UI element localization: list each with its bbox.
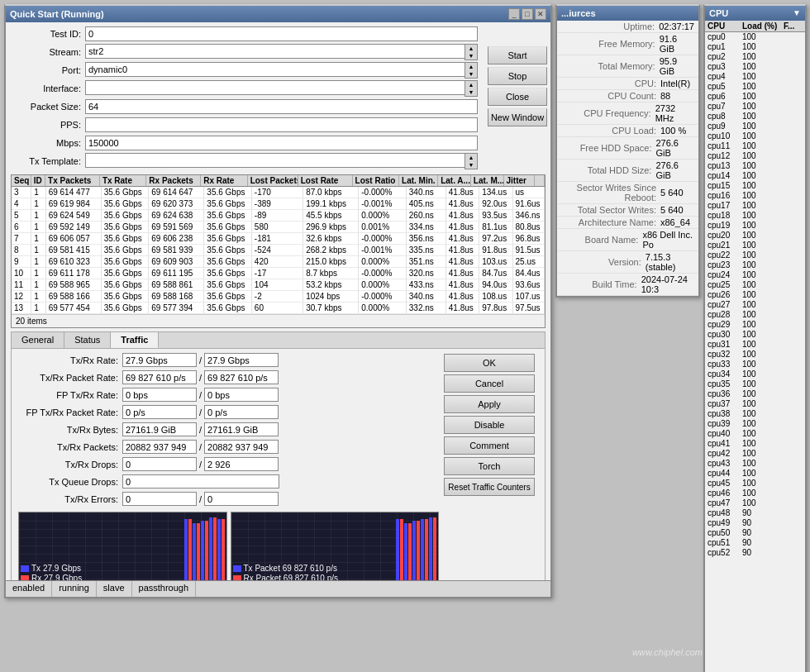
cpu-row[interactable]: cpu38100 (705, 409, 805, 419)
stream-input[interactable] (85, 44, 465, 59)
cpu-row[interactable]: cpu12100 (705, 151, 805, 161)
table-row[interactable]: 9169 610 32335.6 Gbps69 609 90335.6 Gbps… (12, 256, 545, 268)
cpu-row[interactable]: cpu30100 (705, 330, 805, 340)
disable-button[interactable]: Disable (444, 416, 535, 434)
cpu-row[interactable]: cpu25100 (705, 280, 805, 290)
comment-button[interactable]: Comment (444, 436, 535, 455)
cpu-row[interactable]: cpu27100 (705, 300, 805, 310)
cpu-row[interactable]: cpu5190 (705, 538, 805, 548)
cpu-row[interactable]: cpu13100 (705, 161, 805, 171)
cpu-row[interactable]: cpu17100 (705, 201, 805, 211)
cpu-row[interactable]: cpu5090 (705, 528, 805, 538)
port-down-arrow[interactable]: ▼ (465, 70, 477, 78)
rx-rate-input[interactable] (204, 353, 279, 367)
cpu-row[interactable]: cpu24100 (705, 270, 805, 280)
cpu-row[interactable]: cpu44100 (705, 469, 805, 479)
tx-template-up-arrow[interactable]: ▲ (465, 154, 477, 161)
rx-bytes-input[interactable] (204, 422, 279, 436)
apply-button[interactable]: Apply (444, 395, 535, 413)
cpu-row[interactable]: cpu29100 (705, 320, 805, 330)
test-id-input[interactable] (85, 26, 478, 41)
cpu-row[interactable]: cpu22100 (705, 250, 805, 260)
tx-template-input[interactable] (85, 153, 465, 168)
table-row[interactable]: 5169 624 54935.6 Gbps69 624 63835.6 Gbps… (12, 210, 545, 222)
cpu-row[interactable]: cpu42100 (705, 449, 805, 459)
cpu-row[interactable]: cpu9100 (705, 122, 805, 131)
minimize-button[interactable]: _ (508, 8, 520, 20)
tx-drops-input[interactable] (122, 457, 197, 471)
cpu-row[interactable]: cpu10100 (705, 131, 805, 141)
port-up-arrow[interactable]: ▲ (465, 63, 477, 70)
cpu-row[interactable]: cpu39100 (705, 419, 805, 429)
cpu-row[interactable]: cpu35100 (705, 379, 805, 389)
table-body[interactable]: 3169 614 47735.6 Gbps69 614 64735.6 Gbps… (12, 187, 545, 314)
tx-queue-drops-input[interactable] (122, 474, 279, 489)
fp-rx-rate-input[interactable] (204, 388, 279, 402)
start-button[interactable]: Start (488, 46, 547, 64)
cpu-row[interactable]: cpu4990 (705, 518, 805, 528)
tx-errors-input[interactable] (122, 492, 197, 506)
cpu-row[interactable]: cpu47100 (705, 498, 805, 508)
tx-template-down-arrow[interactable]: ▼ (465, 161, 477, 169)
reset-counters-button[interactable]: Reset Traffic Counters (444, 478, 535, 496)
cpu-row[interactable]: cpu15100 (705, 181, 805, 191)
cpu-row[interactable]: cpu11100 (705, 141, 805, 151)
cpu-row[interactable]: cpu31100 (705, 340, 805, 350)
interface-input[interactable] (85, 80, 465, 95)
tx-bytes-input[interactable] (122, 422, 197, 436)
table-row[interactable]: 6169 592 14935.6 Gbps69 591 56935.6 Gbps… (12, 222, 545, 233)
cpu-row[interactable]: cpu6100 (705, 92, 805, 102)
table-row[interactable]: 3169 614 47735.6 Gbps69 614 64735.6 Gbps… (12, 187, 545, 198)
tx-packets-input[interactable] (122, 440, 197, 454)
cpu-row[interactable]: cpu3100 (705, 62, 805, 72)
fp-rx-packet-rate-input[interactable] (204, 405, 279, 419)
ok-button[interactable]: OK (444, 354, 535, 372)
table-row[interactable]: 11169 588 96535.6 Gbps69 588 86135.6 Gbp… (12, 279, 545, 291)
cpu-row[interactable]: cpu28100 (705, 310, 805, 320)
table-row[interactable]: 4169 619 98435.6 Gbps69 620 37335.6 Gbps… (12, 198, 545, 210)
torch-button[interactable]: Torch (444, 457, 535, 475)
cpu-row[interactable]: cpu26100 (705, 290, 805, 300)
close-button[interactable]: Close (488, 88, 547, 106)
cpu-row[interactable]: cpu40100 (705, 429, 805, 439)
tab-status[interactable]: Status (64, 332, 111, 348)
cpu-row[interactable]: cpu4100 (705, 72, 805, 82)
rx-drops-input[interactable] (204, 457, 279, 471)
cpu-row[interactable]: cpu43100 (705, 459, 805, 469)
cpu-row[interactable]: cpu33100 (705, 360, 805, 369)
filter-icon[interactable]: ▼ (793, 8, 801, 17)
fp-tx-rate-input[interactable] (122, 388, 197, 402)
tx-rate-input[interactable] (122, 353, 197, 367)
maximize-button[interactable]: □ (522, 8, 533, 20)
cpu-row[interactable]: cpu8100 (705, 112, 805, 122)
stop-button[interactable]: Stop (488, 67, 547, 85)
cpu-row[interactable]: cpu23100 (705, 260, 805, 270)
interface-down-arrow[interactable]: ▼ (465, 88, 477, 96)
port-input[interactable] (85, 62, 465, 77)
packet-size-input[interactable] (85, 99, 478, 114)
cpu-row[interactable]: cpu21100 (705, 241, 805, 250)
cpu-row[interactable]: cpu0100 (705, 32, 805, 42)
mbps-input[interactable] (85, 136, 478, 150)
cpu-row[interactable]: cpu14100 (705, 171, 805, 181)
new-window-button[interactable]: New Window (488, 108, 547, 126)
rx-errors-input[interactable] (204, 492, 279, 506)
interface-up-arrow[interactable]: ▲ (465, 81, 477, 88)
tab-traffic[interactable]: Traffic (111, 332, 159, 348)
tx-packet-rate-input[interactable] (122, 370, 197, 384)
cpu-row[interactable]: cpu5100 (705, 82, 805, 92)
pps-input[interactable] (85, 117, 478, 132)
close-window-button[interactable]: ✕ (535, 8, 546, 20)
fp-tx-packet-rate-input[interactable] (122, 405, 197, 419)
cpu-row[interactable]: cpu45100 (705, 479, 805, 489)
table-row[interactable]: 7169 606 05735.6 Gbps69 606 23835.6 Gbps… (12, 233, 545, 245)
table-row[interactable]: 10169 611 17835.6 Gbps69 611 19535.6 Gbp… (12, 268, 545, 279)
cancel-button[interactable]: Cancel (444, 374, 535, 393)
cpu-row[interactable]: cpu16100 (705, 191, 805, 201)
cpu-row[interactable]: cpu1100 (705, 42, 805, 52)
table-row[interactable]: 13169 577 45435.6 Gbps69 577 39435.6 Gbp… (12, 303, 545, 314)
cpu-body[interactable]: cpu0100cpu1100cpu2100cpu3100cpu4100cpu51… (705, 32, 805, 672)
cpu-row[interactable]: cpu2100 (705, 52, 805, 62)
cpu-row[interactable]: cpu18100 (705, 211, 805, 221)
cpu-row[interactable]: cpu41100 (705, 439, 805, 449)
